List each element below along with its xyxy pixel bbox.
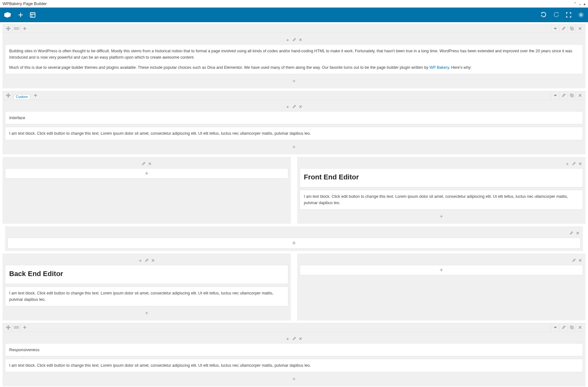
- column-append-icon[interactable]: +: [5, 143, 583, 152]
- row-add-icon[interactable]: [21, 25, 29, 32]
- column-edit-icon[interactable]: [568, 230, 574, 236]
- row-move-icon[interactable]: [4, 92, 12, 99]
- column-prepend-icon[interactable]: +: [285, 336, 291, 341]
- column-prepend-icon[interactable]: +: [138, 257, 143, 263]
- row-edit-icon[interactable]: [559, 324, 567, 331]
- row-edit-icon[interactable]: [559, 92, 567, 99]
- wpbakery-link[interactable]: WP Bakery: [429, 65, 449, 70]
- add-element-slot[interactable]: +: [300, 265, 583, 275]
- window-collapse-icon[interactable]: ⌃: [573, 2, 577, 6]
- wpbakery-logo-icon[interactable]: [4, 12, 11, 18]
- row-toggle-icon[interactable]: [551, 92, 559, 99]
- column-append-icon[interactable]: +: [5, 309, 288, 318]
- column-right: +: [297, 254, 585, 320]
- column-left: + Back End Editor I am text block. Click…: [3, 254, 291, 320]
- column-append-icon[interactable]: +: [300, 212, 583, 221]
- row-4: + Back End Editor I am text block. Click…: [3, 254, 585, 320]
- row-clone-icon[interactable]: [567, 324, 576, 331]
- row-1: + Building sites in WordPress is often t…: [3, 24, 585, 88]
- text-content: I am text block. Click edit button to ch…: [9, 362, 579, 369]
- row-5: + Responsiveness I am text block. Click …: [3, 323, 585, 386]
- window-header: WPBakery Page Builder ⌃ ⌄ ▴: [0, 0, 588, 8]
- heading-block[interactable]: Front End Editor: [300, 168, 583, 187]
- column-delete-icon[interactable]: [150, 257, 156, 263]
- add-element-slot[interactable]: +: [8, 238, 580, 248]
- row-clone-icon[interactable]: [567, 25, 576, 32]
- add-element-button[interactable]: [18, 12, 23, 18]
- row-edit-icon[interactable]: [559, 25, 567, 32]
- heading-text: Back End Editor: [9, 270, 284, 278]
- row-custom-label[interactable]: Custom: [14, 94, 30, 99]
- row-toggle-icon[interactable]: [551, 324, 559, 331]
- row-columns-icon[interactable]: [12, 25, 21, 32]
- text-content: I am text block. Click edit button to ch…: [9, 130, 579, 137]
- row-toggle-icon[interactable]: [551, 25, 559, 32]
- column-left: +: [3, 157, 291, 224]
- window-expand-icon[interactable]: ⌄: [578, 2, 582, 6]
- row-add-icon[interactable]: [31, 92, 40, 99]
- heading-text: Responsiveness: [9, 347, 579, 352]
- row-2: Custom + Interface I am text block. Clic…: [3, 91, 585, 154]
- column-delete-icon[interactable]: [575, 230, 580, 236]
- text-content: I am text block. Click edit button to ch…: [304, 193, 579, 206]
- column-delete-icon[interactable]: [297, 336, 303, 341]
- column-delete-icon[interactable]: [577, 161, 583, 166]
- column-edit-icon[interactable]: [571, 161, 577, 166]
- main-toolbar: [0, 8, 588, 22]
- column-prepend-icon[interactable]: +: [565, 161, 570, 166]
- empty-row: +: [5, 226, 583, 251]
- text-block[interactable]: I am text block. Click edit button to ch…: [5, 127, 583, 140]
- column-append-icon[interactable]: +: [5, 77, 583, 86]
- row-3: + + Front End Editor I am text block. Cl…: [3, 157, 585, 224]
- text-block[interactable]: Building sites in WordPress is often tho…: [5, 44, 583, 74]
- column-delete-icon[interactable]: [147, 161, 153, 166]
- undo-button[interactable]: [540, 12, 547, 18]
- settings-button[interactable]: [578, 12, 584, 18]
- text-content: Building sites in WordPress is often tho…: [9, 48, 579, 61]
- text-content-2: Much of this is due to several page buil…: [9, 64, 579, 71]
- heading-text: Interface: [9, 115, 579, 120]
- column-edit-icon[interactable]: [291, 104, 297, 109]
- text-block[interactable]: I am text block. Click edit button to ch…: [5, 287, 288, 306]
- column-delete-icon[interactable]: [297, 37, 303, 42]
- redo-button[interactable]: [553, 12, 559, 18]
- text-content: I am text block. Click edit button to ch…: [9, 290, 284, 303]
- row-columns-icon[interactable]: [12, 324, 21, 331]
- row-move-icon[interactable]: [4, 324, 12, 331]
- column-right: + Front End Editor I am text block. Clic…: [297, 157, 585, 224]
- svg-rect-0: [30, 13, 35, 17]
- column-prepend-icon[interactable]: +: [285, 37, 291, 42]
- column-append-icon[interactable]: +: [5, 375, 583, 384]
- text-block[interactable]: I am text block. Click edit button to ch…: [5, 359, 583, 372]
- fullscreen-button[interactable]: [566, 12, 572, 18]
- column-edit-icon[interactable]: [291, 336, 297, 341]
- heading-block[interactable]: Interface: [5, 111, 583, 124]
- templates-button[interactable]: [30, 12, 36, 18]
- column-edit-icon[interactable]: [141, 161, 147, 166]
- row-delete-icon[interactable]: [576, 92, 584, 99]
- column-edit-icon[interactable]: [144, 257, 150, 263]
- column-delete-icon[interactable]: [577, 257, 583, 263]
- heading-block[interactable]: Responsiveness: [5, 343, 583, 356]
- column-prepend-icon[interactable]: +: [285, 104, 291, 109]
- text-block[interactable]: I am text block. Click edit button to ch…: [300, 190, 583, 210]
- row-clone-icon[interactable]: [567, 92, 576, 99]
- column-edit-icon[interactable]: [571, 257, 577, 263]
- row-add-icon[interactable]: [21, 324, 29, 331]
- row-delete-icon[interactable]: [576, 324, 584, 331]
- heading-text: Front End Editor: [304, 173, 579, 181]
- window-title: WPBakery Page Builder: [3, 1, 47, 6]
- row-move-icon[interactable]: [4, 25, 12, 32]
- column-delete-icon[interactable]: [297, 104, 303, 109]
- add-element-slot[interactable]: +: [5, 168, 288, 178]
- svg-point-1: [580, 14, 582, 16]
- window-chevron-icon[interactable]: ▴: [584, 2, 585, 6]
- column-edit-icon[interactable]: [291, 37, 297, 42]
- heading-block[interactable]: Back End Editor: [5, 265, 288, 284]
- row-delete-icon[interactable]: [576, 25, 584, 32]
- builder-canvas: + Building sites in WordPress is often t…: [0, 22, 588, 387]
